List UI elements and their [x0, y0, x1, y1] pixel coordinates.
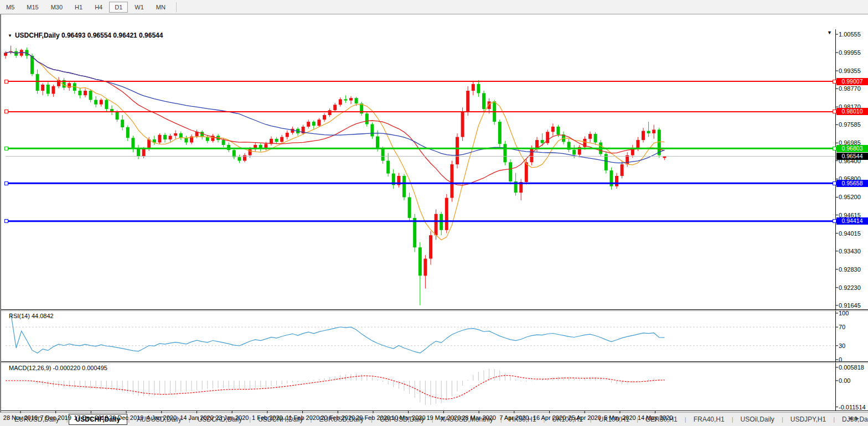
price-axis-label: 0.94015: [839, 230, 861, 237]
macd-axis-label: 0.005818: [839, 364, 864, 371]
price-axis-label: 0.97585: [839, 121, 861, 128]
level-line-handle[interactable]: [4, 147, 8, 150]
level-line-handle[interactable]: [833, 80, 836, 84]
price-axis-label: 0.92830: [839, 266, 861, 273]
ma-line-medium: [6, 52, 664, 185]
timeframe-button-M5[interactable]: M5: [1, 2, 20, 13]
chart-title-bar: ▼USDCHF,Daily 0.96493 0.96554 0.96421 0.…: [8, 32, 163, 39]
level-line-handle[interactable]: [833, 110, 836, 113]
price-axis-label: 0.99355: [839, 67, 861, 74]
timeframe-toolbar: M5M15M30H1H4D1W1MN: [0, 0, 868, 14]
chart-tab-FRA40-H1[interactable]: FRA40,H1: [687, 414, 731, 425]
macd-signal-line: [6, 376, 664, 399]
rsi-axis-label: 100: [839, 310, 849, 316]
tab-scroll-right-icon[interactable]: ▶: [855, 415, 862, 421]
price-axis-label: 0.93430: [839, 248, 861, 254]
price-axis-label: 1.00555: [839, 31, 861, 38]
candlestick-series: [4, 46, 666, 305]
level-line-handle[interactable]: [833, 147, 836, 150]
level-line-handle[interactable]: [4, 181, 8, 185]
tab-scroll-left-icon[interactable]: ◀: [848, 415, 855, 421]
price-level-badge-0.98010: 0.98010: [836, 108, 868, 115]
chart-canvas: [1, 14, 868, 426]
rsi-axis-label: 30: [839, 342, 845, 349]
timeframe-button-W1[interactable]: W1: [129, 2, 149, 13]
chart-tab-USDJPY-H1[interactable]: USDJPY,H1: [784, 414, 833, 425]
date-axis-label: 14 May 2020: [631, 414, 680, 421]
macd-histogram: [6, 369, 664, 405]
toolbar-separator: [176, 2, 177, 12]
timeframe-button-D1[interactable]: D1: [109, 2, 128, 13]
timeframe-button-M15[interactable]: M15: [21, 2, 44, 13]
macd-axis-label: 0.00: [839, 377, 850, 384]
chart-shift-icon[interactable]: ▼: [827, 30, 832, 35]
level-line-handle[interactable]: [4, 80, 8, 84]
level-line-handle[interactable]: [833, 219, 836, 223]
price-level-badge-0.99007: 0.99007: [836, 78, 868, 85]
timeframe-button-M30[interactable]: M30: [45, 2, 68, 13]
price-axis-label: 0.98770: [839, 85, 861, 92]
rsi-axis-label: 70: [839, 324, 845, 330]
price-axis-label: 0.92230: [839, 284, 861, 291]
timeframe-button-H4[interactable]: H4: [89, 2, 108, 13]
ma-line-slow: [6, 52, 664, 163]
price-level-badge-0.94414: 0.94414: [836, 217, 868, 225]
symbol-dropdown-icon[interactable]: ▼: [8, 33, 12, 38]
timeframe-button-MN[interactable]: MN: [151, 2, 171, 13]
macd-indicator-label: MACD(12,26,9) -0.000220 0.000495: [9, 365, 107, 371]
tab-scroll-arrows: ◀▶: [848, 415, 862, 421]
trading-platform-window: M5M15M30H1H4D1W1MN ▼USDCHF,Daily 0.96493…: [0, 0, 868, 426]
level-line-handle[interactable]: [4, 110, 8, 113]
level-line-handle[interactable]: [833, 181, 836, 185]
rsi-indicator-label: RSI(14) 44.0842: [9, 313, 54, 319]
rsi-axis-label: 0: [839, 356, 842, 363]
timeframe-button-H1[interactable]: H1: [69, 2, 88, 13]
price-axis-label: 0.95200: [839, 194, 861, 200]
rsi-line: [11, 313, 665, 353]
level-line-handle[interactable]: [4, 219, 8, 223]
price-axis-label: 0.91645: [839, 302, 861, 309]
price-level-badge-0.96803: 0.96803: [836, 145, 868, 152]
current-price-badge: 0.96544: [836, 153, 868, 160]
chart-tab-USOil-Daily[interactable]: USOil,Daily: [734, 414, 781, 425]
chart-title: USDCHF,Daily 0.96493 0.96554 0.96421 0.9…: [15, 32, 163, 39]
macd-axis-label: -0.011514: [839, 404, 866, 411]
price-level-badge-0.95658: 0.95658: [836, 180, 868, 187]
ma-line-fast: [6, 52, 664, 240]
chart-window: ▼USDCHF,Daily 0.96493 0.96554 0.96421 0.…: [0, 14, 868, 412]
price-axis-label: 0.99955: [839, 49, 861, 56]
